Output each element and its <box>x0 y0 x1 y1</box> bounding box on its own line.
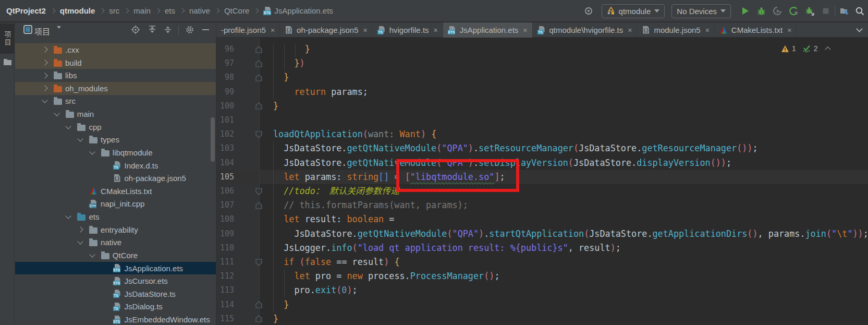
chevron-collapsed-icon[interactable] <box>42 47 47 53</box>
rerun-button[interactable] <box>788 5 799 17</box>
code-line-112: let pro = new process.ProcessManager(); <box>273 269 500 283</box>
breadcrumb-item[interactable]: JsApplication.ets <box>274 6 333 15</box>
tab-close-icon[interactable]: × <box>363 26 368 34</box>
expand-all-icon[interactable] <box>148 25 157 37</box>
editor-tab-jsapplication-ets[interactable]: ETSJsApplication.ets× <box>443 22 533 38</box>
run-button[interactable] <box>739 5 751 17</box>
search-everywhere-icon[interactable] <box>854 5 865 17</box>
chevron-expanded-icon[interactable] <box>42 98 47 103</box>
fold-start-icon[interactable] <box>255 130 263 141</box>
tree-item-libs[interactable]: libs <box>15 69 216 82</box>
panel-dropdown-icon[interactable] <box>57 29 61 38</box>
project-panel-title[interactable]: 项目 <box>34 26 50 37</box>
chevron-expanded-icon[interactable] <box>89 149 95 154</box>
tree-item-src[interactable]: src <box>15 95 216 108</box>
chevron-collapsed-icon[interactable] <box>42 86 47 91</box>
tab-close-icon[interactable]: × <box>628 26 632 34</box>
attach-debugger-button[interactable] <box>804 5 815 17</box>
chevron-expanded-icon[interactable] <box>77 239 83 245</box>
tree-item--cxx[interactable]: .cxx <box>15 43 216 56</box>
folder-tool-icon[interactable] <box>3 58 12 68</box>
editor-tab-oh-package-json5[interactable]: {,}oh-package.json5× <box>280 22 373 38</box>
editor-tab-hvigorfile-ts[interactable]: TShvigorfile.ts× <box>373 22 443 38</box>
run-config-selector[interactable]: qtmodule <box>602 4 665 18</box>
locate-file-icon[interactable] <box>131 25 140 37</box>
breadcrumb-item[interactable]: qtmodule <box>60 6 95 15</box>
chevron-collapsed-icon[interactable] <box>42 73 47 78</box>
device-file-browser-icon[interactable] <box>838 5 850 17</box>
breadcrumb-item[interactable]: main <box>133 6 151 15</box>
device-selector[interactable]: No Devices <box>671 4 731 18</box>
module-icon <box>607 7 615 15</box>
chevron-expanded-icon[interactable] <box>89 251 95 257</box>
tree-item-cmakelists-txt[interactable]: CMakeLists.txt <box>15 185 216 198</box>
breadcrumb-item[interactable]: QtCore <box>224 6 249 15</box>
tree-item-main[interactable]: main <box>15 107 216 121</box>
tree-item-native[interactable]: native <box>15 236 216 249</box>
fold-end-icon[interactable] <box>255 45 263 56</box>
stop-button[interactable] <box>820 5 832 17</box>
tree-item-build[interactable]: build <box>15 56 216 69</box>
tree-item-label: native <box>101 238 121 247</box>
fold-end-icon[interactable] <box>255 315 263 325</box>
fold-start-icon[interactable] <box>255 187 263 198</box>
breadcrumb-item[interactable]: native <box>189 6 210 15</box>
tree-item-types[interactable]: types <box>15 134 216 147</box>
folder-icon <box>66 112 74 118</box>
editor-tab-module-json5[interactable]: {,}module.json5× <box>637 22 714 38</box>
chevron-expanded-icon[interactable] <box>54 110 59 116</box>
tree-item-jsdialog-ts[interactable]: TSJsDialog.ts <box>15 300 216 314</box>
folder-icon <box>54 73 62 79</box>
breadcrumb-separator <box>254 8 259 14</box>
debug-button[interactable] <box>755 5 767 17</box>
tab-label: JsApplication.ets <box>460 26 519 34</box>
tab-close-icon[interactable]: × <box>705 26 710 34</box>
tree-item-jsapplication-ets[interactable]: ETSJsApplication.ets <box>15 262 216 275</box>
tab-close-icon[interactable]: × <box>434 26 438 34</box>
tree-item-oh-package-json5[interactable]: {,}oh-package.json5 <box>15 172 216 185</box>
tab-close-icon[interactable]: × <box>523 26 527 34</box>
fold-end-icon[interactable] <box>255 300 263 311</box>
chevron-expanded-icon[interactable] <box>77 136 83 142</box>
code-line-113: pro.exit(0); <box>273 283 358 297</box>
tree-item-jsdatastore-ts[interactable]: TSJsDataStore.ts <box>15 287 216 300</box>
editor-tab-cmakelists-txt[interactable]: CMakeLists.txt× <box>715 22 797 38</box>
tree-item-napi-init-cpp[interactable]: C++napi_init.cpp <box>15 198 216 211</box>
collapse-all-icon[interactable] <box>163 25 173 37</box>
fold-end-icon[interactable] <box>255 59 263 70</box>
tree-item-index-d-ts[interactable]: TSIndex.d.ts <box>15 159 216 172</box>
fold-end-icon[interactable] <box>255 201 263 212</box>
locate-icon[interactable] <box>583 5 594 17</box>
editor-tab-qtmodule-hvigorfile-ts[interactable]: TSqtmodule\hvigorfile.ts× <box>533 22 638 38</box>
folder-icon <box>54 61 62 67</box>
stripe-tab-project[interactable]: 项目 <box>0 23 15 54</box>
fold-start-icon[interactable] <box>255 258 263 269</box>
project-view-icon[interactable] <box>23 25 32 36</box>
editor-tab--profile-json5[interactable]: -profile.json5× <box>216 22 280 38</box>
tree-item-entryability[interactable]: entryability <box>15 223 216 236</box>
tree-scrollbar[interactable] <box>211 117 215 162</box>
tree-item-libqtmodule[interactable]: libqtmodule <box>15 146 216 159</box>
fold-end-icon[interactable] <box>255 74 263 84</box>
chevron-expanded-icon[interactable] <box>66 123 71 129</box>
tree-item-qtcore[interactable]: QtCore <box>15 249 216 262</box>
tree-item-jscursor-ets[interactable]: ETSJsCursor.ets <box>15 274 216 287</box>
tab-close-icon[interactable]: × <box>787 26 791 34</box>
inspections-widget[interactable]: 1 2 <box>781 44 830 53</box>
breadcrumb-item[interactable]: ets <box>165 6 175 15</box>
tree-item-oh-modules[interactable]: oh_modules <box>15 82 216 95</box>
chevron-expanded-icon[interactable] <box>66 213 71 219</box>
more-tabs-chevron-icon[interactable] <box>856 26 863 32</box>
profiler-button[interactable] <box>772 5 783 17</box>
tab-close-icon[interactable]: × <box>271 26 275 34</box>
fold-end-icon[interactable] <box>255 102 263 112</box>
breadcrumb-item[interactable]: src <box>109 6 119 15</box>
breadcrumb-item[interactable]: QtProject2 <box>6 6 46 15</box>
chevron-collapsed-icon[interactable] <box>42 59 47 65</box>
chevron-collapsed-icon[interactable] <box>77 227 83 233</box>
gear-icon[interactable] <box>185 25 194 37</box>
tree-item-jsembeddedwindow-ets[interactable]: ETSJsEmbeddedWindow.ets <box>15 313 216 325</box>
hide-panel-icon[interactable] <box>202 29 209 30</box>
tree-item-ets[interactable]: ets <box>15 210 216 223</box>
tree-item-cpp[interactable]: cpp <box>15 121 216 134</box>
